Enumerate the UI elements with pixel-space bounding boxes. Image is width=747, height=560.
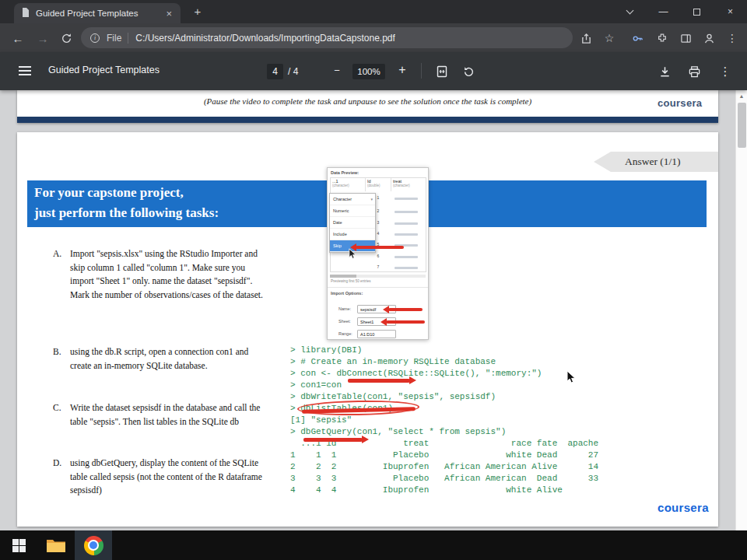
task-item-d: D. using dbGetQuery, display the content… <box>53 457 269 498</box>
dropdown-item-date[interactable]: Date <box>330 217 375 229</box>
data-preview-label: Data Preview: <box>331 170 359 175</box>
rotate-icon[interactable] <box>459 62 478 81</box>
download-icon[interactable] <box>655 62 674 81</box>
dropdown-item-character[interactable]: Character▾ <box>330 194 375 205</box>
task-item-c: C. Write the dataset sepsisdf in the dat… <box>53 401 269 429</box>
page-total-label: / 4 <box>288 66 298 77</box>
browser-tab[interactable]: Guided Project Templates × <box>14 3 181 23</box>
zoom-level: 100% <box>352 64 385 79</box>
column-header-1[interactable]: ...1 (character) <box>331 178 366 191</box>
rstudio-import-dialog: Data Preview: ...1 (character) Id (doubl… <box>327 167 429 340</box>
footer-bar <box>17 117 718 123</box>
tab-favicon-icon <box>21 6 30 20</box>
preview-note: Previewing first 50 entries <box>331 279 371 283</box>
annotation-arrow-sheet <box>386 320 425 324</box>
close-window-button[interactable]: × <box>714 0 747 23</box>
pause-note: (Pause the video to complete the task an… <box>17 96 718 106</box>
task-item-b: B. using the db.R script, open a connect… <box>53 345 269 373</box>
coursera-logo: coursera <box>658 97 702 109</box>
column-header-3[interactable]: treat (character) <box>391 178 426 191</box>
share-icon[interactable] <box>576 28 596 48</box>
file-explorer-button[interactable] <box>37 530 75 560</box>
tab-close-icon[interactable]: × <box>164 8 174 19</box>
range-row: Range: A1:D10 <box>328 330 428 339</box>
tab-strip: Guided Project Templates × + — × <box>0 0 747 23</box>
pdf-page-3: (Pause the video to complete the task an… <box>17 90 718 123</box>
start-button[interactable] <box>0 530 37 560</box>
pdf-viewport: (Pause the video to complete the task an… <box>0 90 747 530</box>
page-info-icon[interactable]: i <box>90 33 100 43</box>
dropdown-item-include[interactable]: Include <box>330 229 375 240</box>
column-header-2[interactable]: Id (double) <box>366 178 391 191</box>
maximize-button[interactable] <box>680 0 714 23</box>
folder-icon <box>46 537 66 554</box>
reload-button[interactable] <box>56 28 76 48</box>
range-label: Range: <box>338 331 352 336</box>
pdf-document-title: Guided Project Templates <box>48 65 160 75</box>
mouse-cursor-icon <box>566 370 576 387</box>
preview-row-id: 7 <box>370 264 387 269</box>
tab-title: Guided Project Templates <box>36 9 164 18</box>
zoom-in-button[interactable]: + <box>395 61 409 79</box>
fit-page-icon[interactable] <box>433 62 451 81</box>
chrome-taskbar-button[interactable] <box>75 530 112 560</box>
zoom-out-button[interactable]: − <box>330 63 344 79</box>
preview-hscrollbar[interactable] <box>330 275 426 278</box>
window-controls: — × <box>613 0 747 23</box>
windows-taskbar <box>0 530 747 560</box>
print-icon[interactable] <box>685 62 703 81</box>
minimize-button[interactable]: — <box>647 0 680 23</box>
annotation-arrow-dbconnect <box>348 379 410 383</box>
url-divider <box>128 33 128 44</box>
tab-search-chevron-icon[interactable] <box>613 0 647 23</box>
toolbar-divider <box>421 63 422 79</box>
side-panel-icon[interactable] <box>675 28 696 48</box>
scroll-up-icon[interactable]: ▲ <box>736 90 747 101</box>
forward-button[interactable]: → <box>33 28 53 48</box>
address-bar[interactable]: i File C:/Users/Administrator/Downloads/… <box>81 27 573 48</box>
extensions-puzzle-icon[interactable] <box>652 28 672 48</box>
scrollbar-thumb[interactable] <box>738 103 746 148</box>
pdf-overflow-icon[interactable]: ⋮ <box>716 62 735 81</box>
url-scheme-label: File <box>107 33 121 44</box>
range-input[interactable]: A1:D10 <box>357 330 396 338</box>
browser-menu-icon[interactable]: ⋮ <box>722 28 742 48</box>
bookmark-star-icon[interactable]: ☆ <box>599 28 619 48</box>
name-label: Name: <box>338 306 351 311</box>
new-tab-button[interactable]: + <box>191 5 205 19</box>
dropdown-caret-icon: ▾ <box>370 194 373 205</box>
import-options-label: Import Options: <box>331 291 363 296</box>
task-item-a: A. Import "sepsis.xlsx" using the RStudi… <box>53 247 269 302</box>
screen: Guided Project Templates × + — × ← → i F… <box>0 0 747 560</box>
pdf-page-4: Answer (1/1) For your capstone project, … <box>17 132 718 527</box>
address-toolbar: ← → i File C:/Users/Administrator/Downlo… <box>0 23 747 52</box>
r-console-output: > library(DBI) > # Create an in-memory R… <box>290 345 598 496</box>
banner-line-1: For your capstone project, <box>34 185 184 201</box>
preview-row-id: 6 <box>370 254 387 258</box>
annotation-arrow-name <box>388 308 423 311</box>
page-number-input[interactable]: 4 <box>267 64 283 79</box>
annotation-arrow-dbgetquery <box>303 438 363 442</box>
windows-logo-icon <box>12 539 26 552</box>
dropdown-item-numeric[interactable]: Numeric <box>330 205 375 217</box>
url-text: C:/Users/Administrator/Downloads/Importi… <box>135 33 395 44</box>
mouse-cursor-icon <box>349 248 356 261</box>
chrome-icon <box>84 536 103 555</box>
pdf-menu-icon[interactable] <box>19 66 31 68</box>
coursera-logo: coursera <box>658 501 709 514</box>
profile-icon[interactable] <box>699 28 719 48</box>
sheet-label: Sheet: <box>338 319 351 324</box>
password-key-icon[interactable] <box>627 28 647 48</box>
answer-ribbon: Answer (1/1) <box>594 152 718 172</box>
back-button[interactable]: ← <box>8 28 28 48</box>
vertical-scrollbar[interactable]: ▲ <box>735 90 747 530</box>
pdf-toolbar: Guided Project Templates 4 / 4 − 100% + … <box>0 52 747 90</box>
banner-line-2: just perform the following tasks: <box>34 205 219 221</box>
annotation-arrow-skip <box>356 246 404 249</box>
